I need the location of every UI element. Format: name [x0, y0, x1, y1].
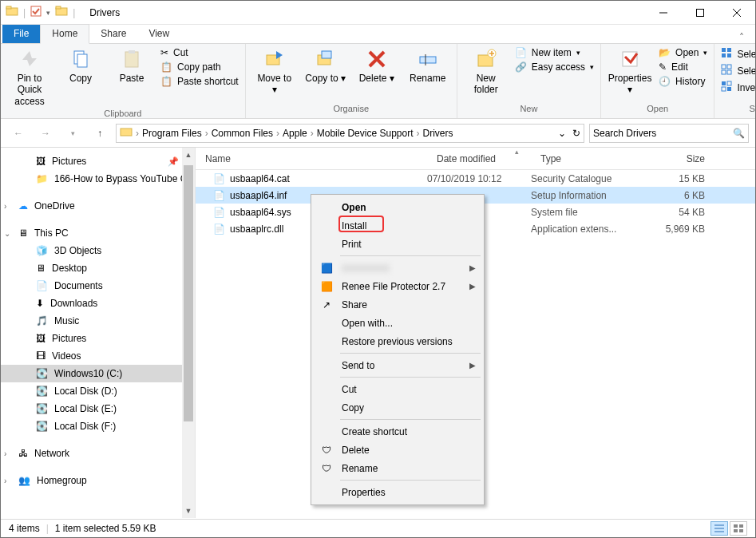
ctx-print[interactable]: Print [313, 235, 482, 253]
nav-pictures[interactable]: 🖼Pictures📌 [1, 152, 195, 170]
copy-to-button[interactable]: Copy to ▾ [303, 47, 348, 85]
scroll-thumb[interactable] [184, 165, 193, 421]
select-all-button[interactable]: Select all [721, 47, 756, 61]
up-button[interactable]: ↑ [89, 122, 111, 144]
ctx-delete[interactable]: 🛡Delete [313, 441, 482, 459]
delete-label: Delete ▾ [359, 73, 394, 84]
nav-picfolder[interactable]: 🖼Pictures [1, 330, 195, 347]
nav-onedrive[interactable]: ›☁OneDrive [1, 197, 195, 215]
collapse-icon[interactable]: ⌄ [4, 229, 10, 238]
copy-to-label: Copy to ▾ [305, 73, 346, 84]
history-button[interactable]: 🕘History [659, 76, 707, 87]
recent-button[interactable]: ▾ [61, 122, 84, 144]
close-button[interactable] [718, 1, 755, 24]
addr-dropdown[interactable]: ⌄ [558, 128, 566, 139]
forward-button[interactable]: → [34, 122, 57, 144]
col-type[interactable]: Type [531, 153, 643, 164]
tab-view[interactable]: View [137, 25, 180, 43]
details-view-button[interactable] [710, 521, 728, 536]
tab-file[interactable]: File [2, 25, 40, 43]
nav-bypass[interactable]: 📁166-How to Bypass YouTube C📌 [1, 170, 195, 188]
onedrive-icon: ☁ [18, 200, 28, 212]
invert-selection-button[interactable]: Invert selection [721, 81, 756, 94]
easy-access-button[interactable]: 🔗Easy access ▾ [515, 61, 594, 73]
col-name[interactable]: Name [196, 153, 427, 164]
scroll-up-icon[interactable]: ▲ [182, 148, 195, 162]
nav-desktop[interactable]: 🖥Desktop [1, 259, 195, 277]
ctx-restore[interactable]: Restore previous versions [313, 332, 482, 350]
refresh-button[interactable]: ↻ [572, 128, 580, 139]
ribbon-collapse-button[interactable]: ˄ [728, 32, 755, 43]
address-bar[interactable]: › Program Files› Common Files› Apple› Mo… [116, 124, 584, 143]
nav-local-disk-e[interactable]: 💽Local Disk (E:) [1, 400, 195, 417]
breadcrumb-4[interactable]: Drivers [422, 128, 453, 139]
paste-button[interactable]: Paste [109, 47, 154, 85]
nav-music[interactable]: 🎵Music [1, 312, 195, 330]
ctx-install[interactable]: Install [313, 216, 482, 235]
expand-icon[interactable]: › [4, 449, 6, 458]
delete-button[interactable]: Delete ▾ [354, 47, 399, 85]
file-row[interactable]: 📄usbaapl64.cat07/10/2019 10:12Security C… [196, 170, 755, 187]
pin-quick-access-label: Pin to Quick access [9, 73, 50, 107]
cut-button[interactable]: ✂Cut [160, 47, 239, 58]
tab-home[interactable]: Home [40, 24, 89, 44]
icons-view-button[interactable] [730, 521, 747, 536]
copy-button[interactable]: Copy [58, 47, 103, 85]
scroll-down-icon[interactable]: ▼ [182, 504, 195, 518]
nav-downloads[interactable]: ⬇Downloads [1, 295, 195, 312]
ctx-open[interactable]: Open [313, 198, 482, 216]
nav-3d-objects[interactable]: 🧊3D Objects [1, 242, 195, 259]
copy-path-button[interactable]: 📋Copy path [160, 61, 239, 73]
file-date: 07/10/2019 10:12 [427, 173, 531, 184]
ctx-blurred[interactable]: 🟦▶ [313, 259, 482, 277]
search-box[interactable]: Search Drivers 🔍 [589, 124, 749, 143]
nav-local-disk-d[interactable]: 💽Local Disk (D:) [1, 382, 195, 400]
shield-icon: 🛡 [319, 445, 334, 456]
nav-windows10-c[interactable]: 💽Windows10 (C:) [1, 365, 195, 382]
ctx-send-to[interactable]: Send to▶ [313, 356, 482, 374]
new-item-button[interactable]: 📄New item ▾ [515, 47, 594, 58]
ctx-renee[interactable]: 🟧Renee File Protector 2.7▶ [313, 277, 482, 295]
ctx-copy[interactable]: Copy [313, 398, 482, 417]
edit-button[interactable]: ✎Edit [659, 61, 707, 73]
pin-quick-access-button[interactable]: Pin to Quick access [7, 47, 52, 109]
paste-shortcut-button[interactable]: 📋Paste shortcut [160, 76, 239, 87]
new-folder-label: New folder [465, 73, 507, 96]
ctx-open-with[interactable]: Open with... [313, 314, 482, 332]
col-size[interactable]: Size [643, 153, 714, 164]
back-button[interactable]: ← [7, 122, 30, 144]
maximize-button[interactable] [682, 1, 718, 24]
nav-documents[interactable]: 📄Documents [1, 277, 195, 295]
expand-icon[interactable]: › [4, 477, 6, 485]
tab-share[interactable]: Share [89, 25, 137, 43]
pictures-icon: 🖼 [36, 333, 46, 344]
ctx-share[interactable]: ↗Share [313, 295, 482, 314]
breadcrumb-2[interactable]: Apple› [283, 128, 314, 139]
ctx-cut[interactable]: Cut [313, 380, 482, 398]
move-to-button[interactable]: Move to ▾ [252, 47, 297, 97]
qat-checkbox-icon[interactable] [30, 6, 42, 19]
file-type: Application extens... [531, 224, 643, 235]
nav-videos[interactable]: 🎞Videos [1, 347, 195, 365]
ctx-rename[interactable]: 🛡Rename [313, 459, 482, 477]
copy-label: Copy [69, 73, 92, 84]
rename-button[interactable]: Rename [406, 47, 450, 85]
breadcrumb-1[interactable]: Common Files› [212, 128, 279, 139]
nav-homegroup[interactable]: ›👥Homegroup [1, 472, 195, 489]
ctx-create-shortcut[interactable]: Create shortcut [313, 422, 482, 441]
expand-icon[interactable]: › [4, 202, 6, 211]
qat-dropdown[interactable]: ▾ [46, 9, 50, 17]
breadcrumb-3[interactable]: Mobile Device Support› [317, 128, 420, 139]
open-button[interactable]: 📂Open ▾ [659, 47, 707, 58]
ctx-properties[interactable]: Properties [313, 483, 482, 501]
minimize-button[interactable] [645, 1, 682, 24]
nav-local-disk-f[interactable]: 💽Local Disk (F:) [1, 417, 195, 435]
nav-this-pc[interactable]: ⌄🖥This PC [1, 224, 195, 242]
properties-button[interactable]: Properties ▾ [608, 47, 652, 97]
new-folder-button[interactable]: New folder [464, 47, 509, 97]
nav-network[interactable]: ›🖧Network [1, 445, 195, 462]
breadcrumb-0[interactable]: Program Files› [142, 128, 208, 139]
select-none-button[interactable]: Select none [721, 64, 756, 77]
nav-scrollbar[interactable]: ▲ ▼ [182, 148, 195, 518]
history-icon: 🕘 [659, 76, 671, 87]
